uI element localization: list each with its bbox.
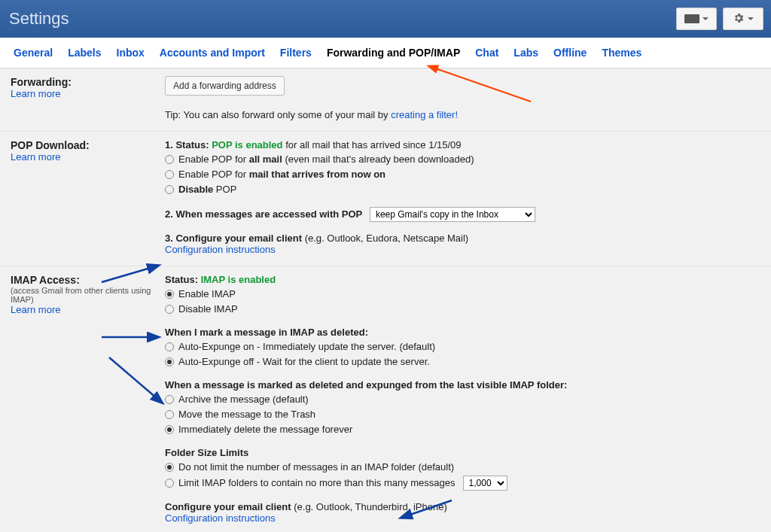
radio-icon — [165, 342, 174, 351]
radio-icon — [165, 395, 174, 404]
input-tools-button[interactable] — [676, 8, 717, 30]
imap-expunge-head: When a message is marked as deleted and … — [165, 379, 760, 391]
pop-config-instructions-link[interactable]: Configuration instructions — [165, 244, 276, 255]
expunge-archive-radio[interactable]: Archive the message (default) — [165, 393, 760, 406]
radio-icon — [165, 185, 174, 194]
pop-access-select[interactable]: keep Gmail's copy in the Inbox — [370, 207, 535, 222]
expunge-trash-radio[interactable]: Move the message to the Trash — [165, 408, 760, 421]
radio-icon — [165, 463, 174, 472]
forwarding-tip: Tip: You can also forward only some of y… — [165, 109, 760, 120]
auto-expunge-off-radio[interactable]: Auto-Expunge off - Wait for the client t… — [165, 355, 760, 369]
imap-disable-radio[interactable]: Disable IMAP — [165, 302, 760, 316]
radio-icon — [165, 425, 174, 434]
section-imap: IMAP Access: (access Gmail from other cl… — [0, 266, 771, 532]
pop-title: POP Download: — [11, 139, 165, 151]
auto-expunge-on-radio[interactable]: Auto-Expunge on - Immediately update the… — [165, 340, 760, 354]
pop-disable-radio[interactable]: Disable POP — [165, 183, 760, 196]
imap-learn-more-link[interactable]: Learn more — [11, 304, 60, 315]
keyboard-icon — [684, 14, 699, 23]
pop-status: 1. Status: POP is enabled for all mail t… — [165, 139, 760, 150]
imap-title: IMAP Access: — [11, 274, 165, 286]
radio-icon — [165, 290, 174, 299]
tab-forwarding-pop-imap[interactable]: Forwarding and POP/IMAP — [319, 38, 468, 68]
tab-filters[interactable]: Filters — [273, 38, 319, 68]
expunge-delete-forever-radio[interactable]: Immediately delete the message forever — [165, 423, 760, 436]
tab-chat[interactable]: Chat — [468, 38, 506, 68]
pop-enable-now-on-radio[interactable]: Enable POP for mail that arrives from no… — [165, 168, 760, 181]
pop-learn-more-link[interactable]: Learn more — [11, 151, 60, 163]
imap-enable-radio[interactable]: Enable IMAP — [165, 287, 760, 301]
radio-icon — [165, 410, 174, 419]
tab-labs[interactable]: Labs — [506, 38, 546, 68]
folder-no-limit-radio[interactable]: Do not limit the number of messages in a… — [165, 461, 760, 474]
tab-inbox[interactable]: Inbox — [109, 38, 152, 68]
forwarding-title: Forwarding: — [11, 76, 165, 88]
imap-configure-line: Configure your email client (e.g. Outloo… — [165, 501, 760, 512]
radio-icon — [165, 170, 174, 179]
pop-configure-line: 3. Configure your email client (e.g. Out… — [165, 233, 760, 244]
chevron-down-icon — [748, 17, 754, 20]
tab-themes[interactable]: Themes — [594, 38, 649, 68]
gear-icon — [733, 12, 745, 26]
folder-limit-radio[interactable]: Limit IMAP folders to contain no more th… — [165, 476, 760, 491]
radio-icon — [165, 305, 174, 314]
page-title: Settings — [9, 9, 69, 29]
forwarding-learn-more-link[interactable]: Learn more — [11, 88, 60, 99]
imap-status: Status: IMAP is enabled — [165, 274, 760, 285]
add-forwarding-address-button[interactable]: Add a forwarding address — [165, 76, 285, 96]
create-filter-link[interactable]: creating a filter! — [391, 109, 458, 120]
section-forwarding: Forwarding: Learn more Add a forwarding … — [0, 68, 771, 132]
pop-access-head: 2. When messages are accessed with POP — [165, 208, 362, 220]
imap-config-instructions-link[interactable]: Configuration instructions — [165, 512, 276, 524]
tab-accounts[interactable]: Accounts and Import — [152, 38, 273, 68]
radio-icon — [165, 479, 174, 488]
chevron-down-icon — [702, 17, 709, 20]
folder-limits-head: Folder Size Limits — [165, 447, 760, 458]
tab-labels[interactable]: Labels — [60, 38, 108, 68]
tab-general[interactable]: General — [6, 38, 60, 68]
pop-enable-all-radio[interactable]: Enable POP for all mail (even mail that'… — [165, 153, 760, 166]
settings-dropdown-button[interactable] — [723, 8, 763, 30]
imap-subtitle: (access Gmail from other clients using I… — [11, 286, 165, 304]
tab-offline[interactable]: Offline — [546, 38, 594, 68]
tip-text: Tip: You can also forward only some of y… — [165, 109, 391, 120]
folder-limit-select[interactable]: 1,000 — [463, 476, 507, 491]
radio-icon — [165, 155, 174, 164]
header-bar: Settings — [0, 0, 771, 38]
imap-delete-head: When I mark a message in IMAP as deleted… — [165, 327, 760, 338]
settings-tabs: General Labels Inbox Accounts and Import… — [0, 38, 771, 68]
radio-icon — [165, 357, 174, 366]
section-pop: POP Download: Learn more 1. Status: POP … — [0, 132, 771, 266]
